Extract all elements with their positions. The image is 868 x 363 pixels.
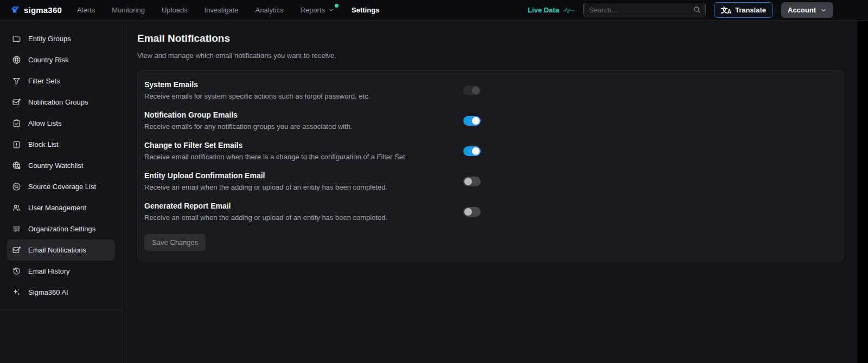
sidebar-item-block-list[interactable]: Block List bbox=[7, 134, 115, 155]
email-notifications-page: Email Notifications View and manage whic… bbox=[123, 21, 857, 363]
toggle-knob bbox=[472, 147, 480, 155]
settings-sidebar: Entity Groups Country Risk Filter Sets N… bbox=[0, 21, 123, 363]
scrollbar-track bbox=[857, 0, 868, 363]
globe-icon bbox=[12, 55, 21, 64]
sidebar-item-label: Sigma360 AI bbox=[28, 288, 68, 296]
sidebar-item-label: Block List bbox=[28, 140, 59, 148]
row-text: Generated Report Email Receive an email … bbox=[144, 202, 387, 222]
nav-item-monitoring[interactable]: Monitoring bbox=[112, 6, 145, 14]
sigma360-logo-icon bbox=[10, 5, 21, 16]
sidebar-item-label: Entity Groups bbox=[28, 35, 71, 43]
change-to-filter-set-emails-toggle[interactable] bbox=[463, 146, 481, 156]
sidebar-item-user-management[interactable]: User Management bbox=[7, 197, 115, 218]
sidebar-item-allow-lists[interactable]: Allow Lists bbox=[7, 113, 115, 134]
sidebar-item-email-history[interactable]: Email History bbox=[7, 261, 115, 282]
toggle-knob bbox=[472, 117, 480, 125]
sidebar-divider bbox=[0, 309, 122, 310]
folder-icon bbox=[12, 34, 21, 43]
users-icon bbox=[12, 203, 21, 212]
page-subtitle: View and manage which email notification… bbox=[137, 51, 857, 60]
search-container bbox=[583, 3, 706, 17]
globe-pin-icon bbox=[12, 161, 21, 170]
nav-item-alerts[interactable]: Alerts bbox=[77, 6, 95, 14]
row-notification-group-emails: Notification Group Emails Receive emails… bbox=[144, 105, 481, 135]
row-description: Receive an email when the adding or uplo… bbox=[144, 213, 387, 222]
nav-item-uploads[interactable]: Uploads bbox=[162, 6, 188, 14]
row-description: Receive an email when the adding or uplo… bbox=[144, 183, 387, 191]
live-data-label: Live Data bbox=[528, 6, 559, 14]
account-menu-button[interactable]: Account bbox=[781, 2, 833, 18]
nav-reports-label: Reports bbox=[301, 6, 326, 14]
live-data-status: Live Data bbox=[528, 6, 575, 15]
row-text: System Emails Receive emails for system … bbox=[144, 80, 370, 100]
sliders-icon bbox=[12, 224, 21, 234]
row-title: Generated Report Email bbox=[144, 202, 387, 210]
brand-logo[interactable]: sigma360 bbox=[10, 5, 62, 16]
row-entity-upload-confirmation-email: Entity Upload Confirmation Email Receive… bbox=[144, 166, 481, 196]
row-text: Notification Group Emails Receive emails… bbox=[144, 111, 353, 131]
translate-label: Translate bbox=[735, 6, 766, 14]
search-icon bbox=[693, 5, 701, 14]
translate-icon: 文A bbox=[721, 7, 731, 14]
clipboard-alert-icon bbox=[12, 140, 21, 149]
system-emails-toggle[interactable] bbox=[463, 86, 481, 95]
sidebar-item-label: Organization Settings bbox=[28, 225, 95, 233]
sidebar-item-organization-settings[interactable]: Organization Settings bbox=[7, 218, 115, 239]
sidebar-item-source-coverage-list[interactable]: Source Coverage List bbox=[7, 176, 115, 197]
notification-settings-card: System Emails Receive emails for system … bbox=[137, 70, 844, 261]
account-label: Account bbox=[788, 6, 816, 14]
nav-item-settings[interactable]: Settings bbox=[352, 6, 379, 14]
sidebar-item-label: Source Coverage List bbox=[28, 183, 96, 191]
row-description: Receive emails for system specific actio… bbox=[144, 92, 370, 100]
sidebar-item-country-risk[interactable]: Country Risk bbox=[7, 49, 115, 70]
nav-item-reports[interactable]: Reports bbox=[301, 6, 335, 14]
primary-nav: Alerts Monitoring Uploads Investigate An… bbox=[77, 6, 379, 14]
sidebar-item-label: Notification Groups bbox=[28, 98, 88, 106]
reports-new-indicator-dot bbox=[335, 4, 339, 8]
source-coverage-icon bbox=[12, 182, 21, 191]
row-title: Change to Filter Set Emails bbox=[144, 141, 407, 150]
toggle-knob bbox=[472, 87, 480, 94]
translate-button[interactable]: 文A Translate bbox=[714, 2, 773, 18]
pulse-waveform-icon bbox=[563, 6, 575, 15]
toggle-knob bbox=[464, 178, 472, 185]
history-icon bbox=[12, 267, 21, 276]
sidebar-item-label: Country Watchlist bbox=[28, 161, 83, 170]
row-change-to-filter-set-emails: Change to Filter Set Emails Receive emai… bbox=[144, 135, 481, 166]
save-changes-button[interactable]: Save Changes bbox=[144, 234, 206, 251]
sidebar-item-notification-groups[interactable]: Notification Groups bbox=[7, 92, 115, 113]
top-navigation-bar: sigma360 Alerts Monitoring Uploads Inves… bbox=[0, 0, 868, 21]
page-title: Email Notifications bbox=[137, 33, 857, 44]
row-title: Notification Group Emails bbox=[144, 111, 353, 119]
row-system-emails: System Emails Receive emails for system … bbox=[144, 75, 481, 105]
nav-item-investigate[interactable]: Investigate bbox=[205, 6, 239, 14]
row-title: Entity Upload Confirmation Email bbox=[144, 171, 387, 180]
filter-icon bbox=[12, 76, 21, 86]
mail-dot-icon bbox=[12, 245, 21, 255]
entity-upload-confirmation-email-toggle[interactable] bbox=[463, 177, 481, 186]
row-text: Entity Upload Confirmation Email Receive… bbox=[144, 171, 387, 191]
row-title: System Emails bbox=[144, 80, 370, 89]
topnav-right-group: Live Data 文A Translate Account bbox=[528, 2, 833, 18]
brand-name: sigma360 bbox=[24, 5, 62, 15]
sidebar-item-email-notifications[interactable]: Email Notifications bbox=[7, 239, 115, 261]
sidebar-item-filter-sets[interactable]: Filter Sets bbox=[7, 70, 115, 92]
sparkles-icon bbox=[12, 288, 21, 297]
sidebar-item-label: Filter Sets bbox=[28, 77, 60, 85]
nav-item-analytics[interactable]: Analytics bbox=[256, 6, 284, 14]
notification-group-emails-toggle[interactable] bbox=[463, 116, 481, 126]
row-text: Change to Filter Set Emails Receive emai… bbox=[144, 141, 407, 161]
sidebar-item-entity-groups[interactable]: Entity Groups bbox=[7, 28, 115, 49]
row-generated-report-email: Generated Report Email Receive an email … bbox=[144, 196, 481, 226]
sidebar-item-sigma360-ai[interactable]: Sigma360 AI bbox=[7, 282, 115, 303]
toggle-knob bbox=[464, 208, 472, 216]
mail-dot-icon bbox=[12, 98, 21, 107]
generated-report-email-toggle[interactable] bbox=[463, 207, 481, 217]
search-input[interactable] bbox=[583, 3, 706, 17]
sidebar-item-label: Email Notifications bbox=[28, 246, 86, 254]
sidebar-item-label: Email History bbox=[28, 267, 70, 275]
row-description: Receive email notification when there is… bbox=[144, 153, 407, 161]
sidebar-item-label: User Management bbox=[28, 204, 86, 212]
clipboard-check-icon bbox=[12, 119, 21, 128]
sidebar-item-country-watchlist[interactable]: Country Watchlist bbox=[7, 155, 115, 176]
